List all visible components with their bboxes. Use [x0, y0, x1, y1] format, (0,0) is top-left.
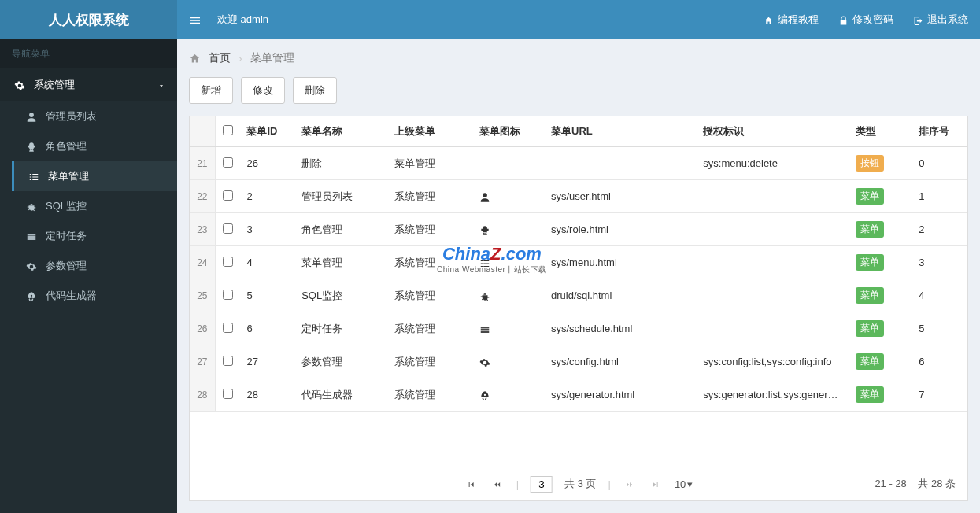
type-badge: 菜单 [856, 221, 884, 238]
table-row[interactable]: 27 27 参数管理 系统管理 sys/config.html sys:conf… [190, 345, 967, 378]
pager-total: 共 28 条 [918, 478, 956, 489]
link-logout[interactable]: 退出系统 [913, 13, 968, 27]
sidebar-item-4[interactable]: 定时任务 [12, 221, 177, 251]
breadcrumb-home[interactable]: 首页 [209, 51, 231, 65]
add-button[interactable]: 新增 [189, 77, 233, 104]
bug-icon [479, 289, 490, 301]
tasks-icon [479, 322, 490, 334]
type-badge: 菜单 [856, 353, 884, 370]
header-perm[interactable]: 授权标识 [697, 116, 849, 147]
header-parent[interactable]: 上级菜单 [388, 116, 472, 147]
row-checkbox[interactable] [223, 256, 233, 267]
pager-first-icon[interactable] [464, 478, 479, 490]
sidebar-item-5[interactable]: 参数管理 [12, 251, 177, 281]
table-row[interactable]: 21 26 删除 菜单管理 sys:menu:delete 按钮 0 [190, 147, 967, 180]
select-all-checkbox[interactable] [223, 125, 233, 135]
type-badge: 菜单 [856, 320, 884, 337]
nav-header: 导航菜单 [0, 39, 177, 68]
delete-button[interactable]: 删除 [293, 77, 337, 104]
sidebar: 人人权限系统 导航菜单 系统管理 管理员列表角色管理菜单管理SQL监控定时任务参… [0, 0, 177, 513]
table-row[interactable]: 26 6 定时任务 系统管理 sys/schedule.html 菜单 5 [190, 312, 967, 345]
rocket-icon [479, 388, 490, 400]
gear-icon [12, 79, 28, 91]
type-badge: 菜单 [856, 287, 884, 304]
link-password[interactable]: 修改密码 [838, 13, 893, 27]
home-icon [764, 13, 774, 25]
pager-range: 21 - 28 [875, 478, 906, 489]
toolbar: 新增 修改 删除 [189, 77, 968, 104]
header-type[interactable]: 类型 [849, 116, 913, 147]
sidebar-item-system[interactable]: 系统管理 [0, 68, 177, 101]
list-icon [479, 256, 490, 268]
header-checkbox [215, 116, 240, 147]
topbar: 欢迎 admin 编程教程 修改密码 退出系统 [177, 0, 980, 39]
pager-prev-icon[interactable] [490, 478, 505, 490]
row-checkbox[interactable] [223, 223, 233, 234]
menu-toggle-icon[interactable] [189, 13, 202, 27]
user-icon [24, 110, 39, 123]
table-row[interactable]: 23 3 角色管理 系统管理 sys/role.html 菜单 2 [190, 213, 967, 246]
rocket-icon [24, 290, 39, 302]
pager-next-icon[interactable] [623, 478, 637, 490]
total-pages: 共 3 页 [564, 477, 596, 491]
tasks-icon [24, 230, 39, 242]
sidebar-item-6[interactable]: 代码生成器 [12, 281, 177, 311]
secret-icon [24, 140, 39, 153]
welcome-text: 欢迎 admin [217, 13, 268, 27]
logout-icon [913, 13, 923, 25]
bug-icon [24, 200, 39, 212]
sidebar-item-2[interactable]: 菜单管理 [12, 161, 177, 191]
row-checkbox[interactable] [223, 323, 233, 333]
edit-button[interactable]: 修改 [241, 77, 285, 104]
header-order[interactable]: 排序号 [912, 116, 967, 147]
row-checkbox[interactable] [223, 290, 233, 300]
data-table: 菜单ID 菜单名称 上级菜单 菜单图标 菜单URL 授权标识 类型 排序号 21… [189, 116, 968, 501]
table-row[interactable]: 24 4 菜单管理 系统管理 sys/menu.html 菜单 3 [190, 246, 967, 279]
table-row[interactable]: 22 2 管理员列表 系统管理 sys/user.html 菜单 1 [190, 180, 967, 213]
type-badge: 菜单 [856, 254, 884, 271]
page-input[interactable] [531, 476, 553, 493]
row-checkbox[interactable] [223, 356, 233, 366]
sidebar-item-1[interactable]: 角色管理 [12, 131, 177, 161]
header-icon[interactable]: 菜单图标 [473, 116, 545, 147]
type-badge: 菜单 [856, 188, 884, 205]
home-icon [189, 52, 201, 65]
user-icon [479, 190, 490, 202]
page-size-select[interactable]: 10 ▾ [675, 478, 693, 490]
header-name[interactable]: 菜单名称 [295, 116, 388, 147]
row-checkbox[interactable] [223, 389, 233, 399]
header-id[interactable]: 菜单ID [240, 116, 295, 147]
gear-icon [479, 355, 490, 367]
breadcrumb-current: 菜单管理 [250, 51, 294, 65]
chevron-down-icon [157, 79, 165, 91]
pager: | 共 3 页 | 10 ▾ 21 - 28 [190, 467, 967, 500]
table-row[interactable]: 25 5 SQL监控 系统管理 druid/sql.html 菜单 4 [190, 279, 967, 312]
header-url[interactable]: 菜单URL [545, 116, 697, 147]
app-logo: 人人权限系统 [0, 0, 177, 39]
row-checkbox[interactable] [223, 190, 233, 201]
gear-icon [24, 260, 39, 272]
pager-last-icon[interactable] [649, 478, 663, 490]
type-badge: 菜单 [856, 386, 884, 403]
list-icon [26, 170, 42, 183]
sidebar-item-3[interactable]: SQL监控 [12, 191, 177, 221]
secret-icon [479, 223, 490, 235]
link-tutorial[interactable]: 编程教程 [764, 13, 819, 27]
type-badge: 按钮 [856, 155, 884, 172]
breadcrumb: 首页 › 菜单管理 [189, 51, 968, 77]
lock-icon [838, 13, 849, 25]
row-checkbox[interactable] [223, 157, 233, 168]
sidebar-item-0[interactable]: 管理员列表 [12, 101, 177, 131]
table-row[interactable]: 28 28 代码生成器 系统管理 sys/generator.html sys:… [190, 378, 967, 412]
caret-down-icon: ▾ [687, 478, 693, 490]
